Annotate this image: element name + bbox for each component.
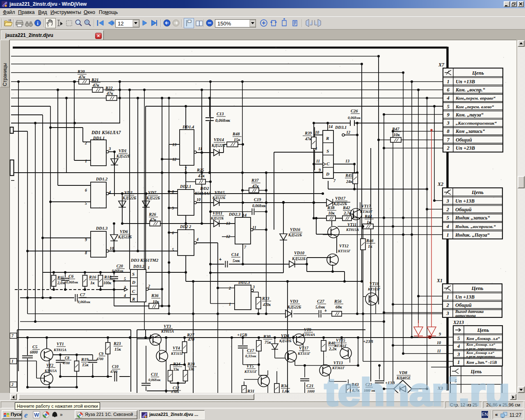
svg-text:4700: 4700: [110, 370, 118, 374]
svg-text:Ком „запись“: Ком „запись“: [455, 128, 485, 134]
svg-text:10: 10: [315, 130, 319, 135]
svg-text:2: 2: [148, 284, 150, 288]
svg-text:Индик „запись“: Индик „запись“: [455, 215, 490, 221]
svg-text:»: »: [60, 412, 63, 418]
svg-text:1: 1: [11, 359, 14, 363]
svg-text:R: R: [326, 136, 329, 141]
svg-text:10к: 10к: [328, 211, 335, 215]
svg-text:КТ315Г: КТ315Г: [338, 249, 351, 253]
svg-text:КТ815А: КТ815А: [161, 329, 174, 333]
svg-text:5,0мк: 5,0мк: [315, 305, 325, 309]
svg-text:R27: R27: [187, 333, 194, 337]
svg-text:33к: 33к: [173, 368, 180, 372]
svg-text:5: 5: [172, 247, 174, 252]
svg-text:КД522Б: КД522Б: [212, 196, 226, 200]
svg-text:0,068мк: 0,068мк: [252, 204, 266, 208]
svg-text:R45: R45: [345, 173, 352, 178]
svg-text:1,6к: 1,6к: [282, 389, 290, 393]
svg-text:Общий: Общий: [455, 207, 472, 212]
svg-text:+15В: +15В: [237, 332, 247, 337]
svg-text:13: 13: [345, 159, 349, 163]
svg-text:КТ814А: КТ814А: [302, 333, 315, 337]
svg-text:R26: R26: [148, 212, 156, 217]
svg-text:VD2: VD2: [124, 190, 133, 195]
svg-text:VD17: VD17: [335, 196, 346, 201]
svg-text:47к: 47к: [305, 137, 312, 141]
svg-text:К561ЛА7: К561ЛА7: [194, 192, 211, 196]
svg-text:R20: R20: [77, 69, 85, 74]
svg-text:C19: C19: [254, 197, 261, 202]
svg-text:tehnari.ru: tehnari.ru: [324, 377, 510, 409]
svg-text:R38: R38: [327, 205, 335, 210]
svg-text:4: 4: [446, 95, 449, 101]
svg-text:9: 9: [172, 206, 174, 210]
svg-text:VD14: VD14: [214, 137, 224, 142]
svg-text:C13: C13: [217, 112, 224, 116]
svg-text:VD10: VD10: [294, 251, 305, 255]
svg-text:R21: R21: [91, 78, 99, 82]
svg-text:VT17: VT17: [361, 204, 371, 208]
svg-text:D: D: [326, 171, 329, 176]
svg-text:VT12: VT12: [339, 244, 349, 248]
svg-text:VT17: VT17: [299, 346, 309, 350]
svg-text:X1: X1: [436, 278, 443, 283]
svg-text:Ком „блокир. л.в“: Ком „блокир. л.в“: [466, 336, 500, 341]
svg-text:33к: 33к: [188, 367, 195, 371]
svg-text:47к: 47к: [252, 184, 259, 188]
svg-text:C26: C26: [351, 109, 358, 113]
svg-text:DD2: DD2: [200, 186, 209, 191]
svg-text:КД522Б: КД522Б: [279, 339, 292, 343]
svg-text:R36: R36: [151, 293, 159, 298]
svg-text:„Кассетоприемник“: „Кассетоприемник“: [456, 121, 497, 126]
svg-text:VT2: VT2: [46, 363, 53, 368]
svg-text:68к: 68к: [336, 305, 342, 309]
svg-text:47к: 47к: [78, 75, 86, 79]
svg-text:C10: C10: [112, 365, 119, 369]
svg-text:R22: R22: [105, 86, 113, 90]
svg-text:КТ315Г: КТ315Г: [368, 287, 381, 291]
svg-text:11: 11: [437, 349, 441, 353]
svg-text:2,7к: 2,7к: [343, 211, 352, 215]
svg-text:Ком. „воспр.“: Ком. „воспр.“: [455, 87, 485, 93]
svg-text:4: 4: [446, 224, 449, 229]
svg-text:VT18: VT18: [370, 281, 379, 286]
svg-text:6800: 6800: [30, 350, 38, 354]
svg-text:Цепь: Цепь: [471, 189, 484, 195]
svg-text:R37: R37: [251, 178, 259, 183]
svg-text:КТ815А: КТ815А: [346, 228, 359, 232]
svg-text:12: 12: [118, 21, 123, 27]
svg-text:+23В: +23В: [363, 339, 373, 344]
svg-text:Общий: Общий: [456, 137, 472, 143]
svg-text:Ком„перем. вправо“: Ком„перем. вправо“: [455, 96, 496, 100]
svg-text:47к: 47к: [149, 217, 157, 222]
svg-text:0,068мк: 0,068мк: [348, 116, 361, 120]
svg-text:R24: R24: [173, 362, 180, 366]
svg-text:R30: R30: [263, 334, 271, 339]
svg-text:7: 7: [244, 245, 247, 249]
svg-text:Индик. „Пауза“: Индик. „Пауза“: [455, 232, 490, 238]
svg-text:КД522Б: КД522Б: [122, 196, 136, 200]
svg-text:3: 3: [457, 352, 460, 357]
svg-text:0,068мк: 0,068мк: [215, 118, 231, 123]
svg-text:R42: R42: [342, 205, 350, 210]
svg-text:+: +: [219, 257, 221, 262]
svg-text:Индик. „воспроизв.“: Индик. „воспроизв.“: [455, 224, 496, 229]
svg-text:24к: 24к: [346, 179, 353, 184]
svg-text:10к: 10к: [393, 132, 400, 137]
svg-text:8: 8: [172, 189, 174, 194]
svg-text:VT9: VT9: [304, 327, 311, 332]
svg-text:DD2 2: DD2 2: [180, 224, 191, 229]
svg-text:2: 2: [446, 145, 449, 151]
svg-text:DD1.2: DD1.2: [96, 177, 108, 181]
svg-text:1000: 1000: [307, 389, 315, 393]
svg-text:470к: 470к: [262, 303, 271, 307]
svg-text:R56: R56: [334, 299, 342, 304]
svg-text:9: 9: [439, 332, 441, 336]
svg-text:КТ361Г: КТ361Г: [334, 344, 347, 348]
svg-text:3: 3: [446, 310, 449, 316]
svg-text:5мк: 5мк: [233, 258, 240, 263]
svg-text:15к: 15к: [234, 137, 241, 142]
svg-text:R28: R28: [187, 362, 195, 366]
svg-text:5: 5: [447, 104, 449, 110]
svg-text:7: 7: [185, 167, 187, 171]
